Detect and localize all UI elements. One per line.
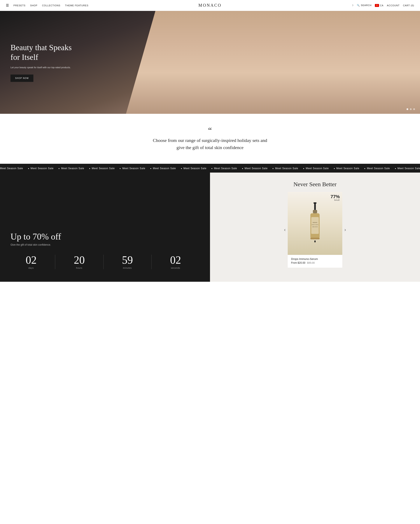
- quote-text: Choose from our range of surgically-insp…: [149, 137, 271, 151]
- hero-dot-1[interactable]: [407, 108, 408, 110]
- ticker-dot: [334, 168, 335, 169]
- hero-content: Beauty that Speaks for Itself Let your b…: [0, 35, 88, 90]
- countdown-hours: 20 hours: [59, 255, 103, 269]
- ticker-item: Meet Season Sale: [306, 167, 329, 170]
- product-card: 77% SALE: [288, 192, 342, 268]
- nav-presets[interactable]: PRESETS: [13, 4, 26, 7]
- ticker-dot: [242, 168, 243, 169]
- countdown-hours-value: 20: [59, 255, 100, 266]
- nav-theme-features[interactable]: THEME FEATURES: [65, 4, 89, 7]
- ticker-dot: [272, 168, 273, 169]
- countdown-seconds: 02 seconds: [155, 255, 200, 269]
- ticker-item: Meet Season Sale: [92, 167, 115, 170]
- svg-text:MÁDARA: MÁDARA: [313, 222, 317, 223]
- product-info: Drops Immuno-Serum From $20.00 $85.00: [288, 255, 342, 264]
- ticker-item: Meet Season Sale: [275, 167, 298, 170]
- never-seen-heading: Never Seen Better: [293, 181, 336, 188]
- product-price-row: From $20.00 $85.00: [291, 261, 339, 264]
- product-image-area: 77% SALE: [288, 192, 342, 255]
- ticker-dot: [364, 168, 365, 169]
- shop-now-button[interactable]: SHOP NOW: [10, 75, 33, 82]
- cart-link[interactable]: CART (0): [403, 4, 414, 7]
- ticker-item: Meet Season Sale: [184, 167, 207, 170]
- ticker-item: Meet Season Sale: [122, 167, 145, 170]
- product-bottle-image: MÁDARA INFINITY DROPS AMINO SERUM: [306, 202, 324, 244]
- ticker-inner: Meet Season SaleMeet Season SaleMeet Sea…: [0, 166, 420, 170]
- countdown: 02 days 20 hours 59 minutes 02 seconds: [10, 255, 200, 269]
- svg-rect-4: [311, 217, 319, 234]
- hero-dot-3[interactable]: [413, 108, 415, 110]
- search-link[interactable]: 🔍 SEARCH: [357, 4, 371, 7]
- quote-section: “ Choose from our range of surgically-in…: [0, 114, 420, 164]
- dark-mode-icon[interactable]: ☽: [351, 4, 354, 7]
- svg-rect-2: [313, 210, 317, 213]
- hamburger-icon[interactable]: ☰: [6, 3, 9, 7]
- countdown-days: 02 days: [10, 255, 55, 269]
- search-icon: 🔍: [357, 4, 360, 7]
- countdown-days-label: days: [10, 267, 52, 269]
- ticker-dot: [395, 168, 396, 169]
- hero-section: Beauty that Speaks for Itself Let your b…: [0, 11, 420, 114]
- country-flag: 🍁: [375, 4, 379, 7]
- countdown-seconds-value: 02: [155, 255, 196, 266]
- sale-panel: Up to 70% off Give the gift of total ski…: [0, 173, 210, 282]
- navbar: ☰ PRESETS SHOP COLLECTIONS THEME FEATURE…: [0, 0, 420, 11]
- svg-text:AMINO SERUM: AMINO SERUM: [312, 227, 317, 227]
- ticker-item: Meet Season Sale: [0, 167, 23, 170]
- nav-shop[interactable]: SHOP: [30, 4, 38, 7]
- product-prev-button[interactable]: ‹: [284, 227, 286, 233]
- svg-rect-1: [314, 204, 316, 210]
- ticker-dot: [303, 168, 304, 169]
- svg-text:INFINITY DROPS: INFINITY DROPS: [312, 224, 318, 225]
- hero-subtitle: Let your beauty speak for itself with ou…: [10, 66, 78, 70]
- countdown-minutes: 59 minutes: [107, 255, 152, 269]
- ticker-item: Meet Season Sale: [31, 167, 54, 170]
- hero-image: [126, 11, 420, 114]
- countdown-days-value: 02: [10, 255, 52, 266]
- product-name: Drops Immuno-Serum: [291, 257, 339, 261]
- quote-mark: “: [9, 126, 411, 135]
- product-price-old: $85.00: [307, 261, 315, 264]
- svg-point-9: [314, 240, 316, 243]
- nav-left: ☰ PRESETS SHOP COLLECTIONS THEME FEATURE…: [6, 3, 88, 7]
- ticker-dot: [89, 168, 90, 169]
- sale-heading: Up to 70% off: [10, 232, 200, 242]
- product-badge-sale-label: SALE: [331, 199, 340, 201]
- ticker-dot: [120, 168, 121, 169]
- ticker-dot: [211, 168, 212, 169]
- nav-right: ☽ 🔍 SEARCH 🍁 CA ACCOUNT CART (0): [351, 4, 414, 7]
- countdown-minutes-label: minutes: [107, 267, 148, 269]
- ticker-item: Meet Season Sale: [336, 167, 359, 170]
- countdown-minutes-value: 59: [107, 255, 148, 266]
- account-link[interactable]: ACCOUNT: [387, 4, 400, 7]
- ticker-dot: [28, 168, 29, 169]
- split-section: Up to 70% off Give the gift of total ski…: [0, 173, 420, 282]
- ticker-bar: Meet Season SaleMeet Season SaleMeet Sea…: [0, 164, 420, 173]
- hero-dots: [407, 108, 415, 110]
- ticker-dot: [150, 168, 151, 169]
- ticker-dot: [59, 168, 60, 169]
- product-badge-percent: 77%: [331, 194, 340, 199]
- svg-rect-8: [310, 238, 320, 239]
- sale-subtext: Give the gift of total skin confidence.: [10, 243, 200, 246]
- flag-icon[interactable]: 🍁 CA: [375, 4, 384, 7]
- countdown-hours-label: hours: [59, 267, 100, 269]
- ticker-item: Meet Season Sale: [367, 167, 390, 170]
- ticker-item: Meet Season Sale: [245, 167, 268, 170]
- product-price-new: From $20.00: [291, 261, 305, 264]
- hero-dot-2[interactable]: [410, 108, 411, 110]
- site-logo[interactable]: MONACO: [198, 3, 222, 8]
- ticker-item: Meet Season Sale: [61, 167, 84, 170]
- product-panel: Never Seen Better ‹ 77% SALE: [210, 173, 420, 282]
- product-next-button[interactable]: ›: [344, 227, 346, 233]
- ticker-item: Meet Season Sale: [153, 167, 176, 170]
- svg-rect-0: [314, 202, 316, 204]
- nav-collections[interactable]: COLLECTIONS: [42, 4, 60, 7]
- hero-title: Beauty that Speaks for Itself: [10, 43, 78, 62]
- countdown-seconds-label: seconds: [155, 267, 196, 269]
- product-badge: 77% SALE: [331, 194, 340, 201]
- ticker-item: Meet Season Sale: [398, 167, 420, 170]
- ticker-dot: [181, 168, 182, 169]
- ticker-item: Meet Season Sale: [214, 167, 237, 170]
